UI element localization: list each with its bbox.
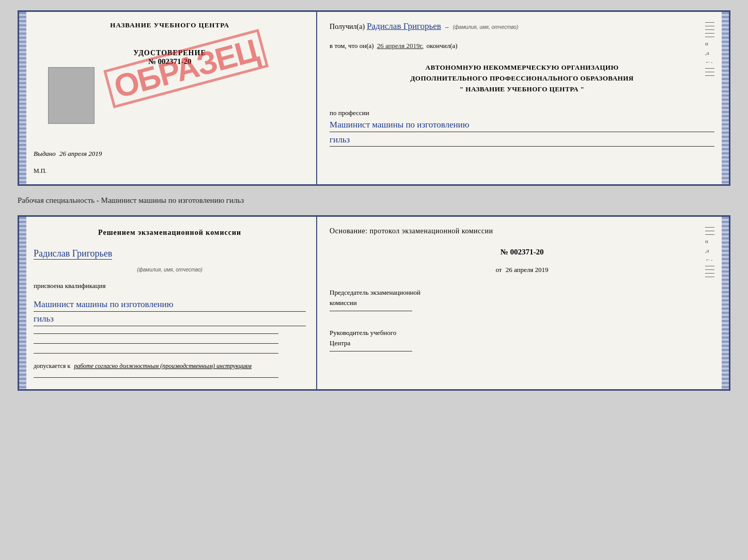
dash-8 [705, 75, 714, 76]
protocol-number: № 002371-20 [330, 248, 714, 257]
dash-и: и [705, 40, 714, 46]
predsedatel-block: Председатель экзаменационной комиссии [330, 287, 714, 314]
top-left-title: НАЗВАНИЕ УЧЕБНОГО ЦЕНТРА [34, 21, 306, 29]
line-1 [34, 333, 278, 334]
mp-line: М.П. [34, 167, 306, 175]
top-doc-left: НАЗВАНИЕ УЧЕБНОГО ЦЕНТРА УДОСТОВЕРЕНИЕ №… [19, 12, 317, 184]
predsedatel-line1: Председатель экзаменационной [330, 287, 714, 298]
rdash-5 [705, 269, 714, 270]
po-professii-label: по профессии [330, 109, 369, 117]
fio-sub-bottom: (фамилия, имя, отчество) [34, 267, 306, 273]
avtonom-block: АВТОНОМНУЮ НЕКОММЕРЧЕСКУЮ ОРГАНИЗАЦИЮ ДО… [330, 62, 714, 94]
professiya-line2: гильз [330, 133, 714, 147]
rukovoditel-signature [330, 351, 412, 351]
kvalif-block: Машинист машины по изготовлению гильз [34, 297, 306, 326]
rukovoditel-block: Руководитель учебного Центра [330, 328, 714, 355]
vtom-line: в том, что он(а) 26 апреля 2019г. окончи… [330, 42, 714, 50]
poluchil-line: Получил(а) Радислав Григорьев – (фамилия… [330, 21, 714, 31]
po-professii: по профессии Машинист машины по изготовл… [330, 109, 714, 147]
right-dashes: и ,а ←- [705, 22, 714, 76]
dopuskaetsya-block: допускается к работе согласно должностны… [34, 362, 306, 370]
udostoverenie-number: № 002371-20 [133, 57, 206, 66]
resheniem-title: Решением экзаменационной комиссии [34, 227, 306, 238]
dopuskaetsya-italic: работе согласно должностным (производств… [74, 362, 252, 370]
line-2 [34, 343, 278, 344]
prisvoena-text: присвоена квалификация [34, 282, 306, 290]
predsedatel-signature [330, 311, 412, 311]
dash-5 [705, 37, 714, 37]
ot-date-value: 26 апреля 2019 [506, 266, 549, 274]
rdash-3 [705, 234, 714, 235]
predsedatel-line2: комиссии [330, 298, 714, 308]
rukovoditel-line1: Руководитель учебного [330, 328, 714, 338]
okonchil-label: окончил(а) [427, 42, 458, 50]
bottom-doc-right: и ,а ←- Основание: протокол экзаменацион… [317, 217, 729, 389]
osnovanie-title: Основание: протокол экзаменационной коми… [330, 227, 714, 235]
specialty-line: Рабочая специальность - Машинист машины … [18, 192, 730, 209]
dash-6 [705, 68, 714, 69]
avtonom-line2: ДОПОЛНИТЕЛЬНОГО ПРОФЕССИОНАЛЬНОГО ОБРАЗО… [330, 73, 714, 84]
photo-placeholder [48, 67, 95, 124]
fio-bottom: Радислав Григорьев [34, 248, 112, 260]
avtonom-line1: АВТОНОМНУЮ НЕКОММЕРЧЕСКУЮ ОРГАНИЗАЦИЮ [330, 62, 714, 73]
vtom-date: 26 апреля 2019г. [377, 42, 424, 50]
page-wrapper: НАЗВАНИЕ УЧЕБНОГО ЦЕНТРА УДОСТОВЕРЕНИЕ №… [18, 10, 730, 391]
fio-sublabel-top: (фамилия, имя, отчество) [453, 24, 518, 30]
vydano-date: 26 апреля 2019 [59, 150, 102, 157]
stamp-area: УДОСТОВЕРЕНИЕ № 002371-20 ОБРАЗЕЦ [34, 39, 306, 145]
line-3 [34, 353, 278, 354]
rdash-7 [705, 277, 714, 277]
rdash-6 [705, 273, 714, 274]
vtom-label: в том, что он(а) [330, 42, 374, 50]
dash-a: ,а [705, 50, 714, 56]
kvalif-line2: гильз [34, 312, 306, 326]
dash-3 [705, 29, 714, 30]
vydano-line: Выдано 26 апреля 2019 [34, 150, 306, 158]
professiya-line1: Машинист машины по изготовлению [330, 118, 714, 132]
dash-after-fio: – [445, 23, 449, 31]
center-name: " НАЗВАНИЕ УЧЕБНОГО ЦЕНТРА " [330, 84, 714, 95]
udostoverenie-label: УДОСТОВЕРЕНИЕ [133, 49, 206, 57]
bottom-document: Решением экзаменационной комиссии Радисл… [18, 215, 730, 391]
right-side-dashes: и ,а ←- [705, 227, 714, 277]
dash-7 [705, 72, 714, 72]
fio-bottom-wrapper: Радислав Григорьев [34, 248, 306, 261]
dash-1 [705, 22, 714, 23]
rdash-2 [705, 231, 714, 231]
rdash-1 [705, 227, 714, 228]
dash-arrow: ←- [705, 59, 714, 65]
rdash-arrow: ←- [705, 257, 714, 263]
line-4 [34, 377, 278, 378]
top-doc-right: и ,а ←- Получил(а) Радислав Григорьев – … [317, 12, 729, 184]
rukovoditel-line2: Центра [330, 338, 714, 348]
udostoverenie-block: УДОСТОВЕРЕНИЕ № 002371-20 [133, 49, 206, 66]
poluchil-label: Получил(а) [330, 23, 365, 31]
top-document: НАЗВАНИЕ УЧЕБНОГО ЦЕНТРА УДОСТОВЕРЕНИЕ №… [18, 10, 730, 186]
obrazets-stamp: ОБРАЗЕЦ [103, 29, 269, 108]
ot-date-line: от 26 апреля 2019 [330, 266, 714, 274]
dash-2 [705, 26, 714, 26]
dopuskaetsya-prefix: допускается к [34, 362, 70, 370]
kvalif-line1: Машинист машины по изготовлению [34, 297, 306, 312]
fio-value-top: Радислав Григорьев [367, 21, 441, 31]
rdash-и: и [705, 238, 714, 244]
dash-4 [705, 33, 714, 34]
rdash-a: ,а [705, 247, 714, 253]
vydano-label: Выдано [34, 150, 56, 157]
rdash-4 [705, 266, 714, 266]
ot-prefix: от [496, 266, 502, 274]
bottom-doc-left: Решением экзаменационной комиссии Радисл… [19, 217, 317, 389]
